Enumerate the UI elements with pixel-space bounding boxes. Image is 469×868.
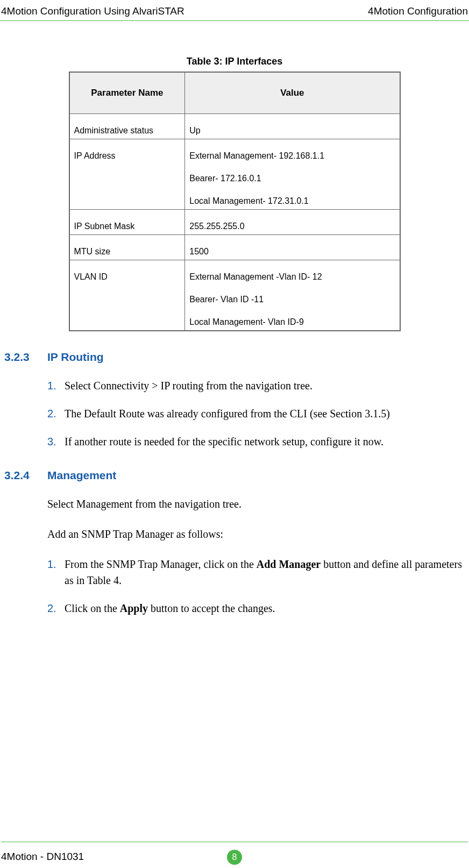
table-cell-line: Bearer- 172.16.0.1 [189,174,395,183]
table-row: IP Address External Management- 192.168.… [69,139,400,210]
ip-routing-steps: 1.Select Connectivity > IP routing from … [1,378,468,450]
table-cell-value: Up [185,114,400,139]
table-row: Administrative status Up [69,114,400,139]
section-heading-management: 3.2.4 Management [1,469,468,482]
table-cell-line: External Management- 192.168.1.1 [189,151,395,161]
list-text-bold: Apply [120,602,148,614]
list-item: 1.Select Connectivity > IP routing from … [65,378,463,394]
list-text-post: button to accept the changes. [148,602,275,614]
paragraph: Add an SNMP Trap Manager as follows: [1,526,468,542]
list-text: Select Connectivity > IP routing from th… [65,380,312,392]
table-cell-param: IP Subnet Mask [69,210,185,235]
list-number: 1. [47,378,56,394]
page-number-badge: 8 [227,850,242,865]
table-cell-value: External Management- 192.168.1.1 Bearer-… [185,139,400,210]
table-cell-param: IP Address [69,139,185,210]
list-item: 1.From the SNMP Trap Manager, click on t… [65,556,463,588]
table-cell-param: Administrative status [69,114,185,139]
list-text-pre: From the SNMP Trap Manager, click on the [65,558,257,570]
table-caption: Table 3: IP Interfaces [1,56,468,67]
paragraph: Select Management from the navigation tr… [1,496,468,512]
header-left: 4Motion Configuration Using AlvariSTAR [1,5,184,17]
header-right: 4Motion Configuration [368,5,468,17]
list-item: 2.The Default Route was already configur… [65,405,463,422]
list-text: If another route is needed for the speci… [65,436,383,447]
table-row: MTU size 1500 [69,235,400,260]
management-steps: 1.From the SNMP Trap Manager, click on t… [1,556,468,616]
list-number: 1. [47,556,56,572]
table-header-param: Parameter Name [69,72,185,114]
table-cell-value: 255.255.255.0 [185,210,400,235]
list-item: 2.Click on the Apply button to accept th… [65,600,463,616]
table-cell-line: Local Management- 172.31.0.1 [189,196,395,206]
section-title: IP Routing [47,351,104,364]
table-cell-value: External Management -Vlan ID- 12 Bearer-… [185,260,400,331]
list-text: The Default Route was already configured… [65,408,390,419]
list-number: 2. [47,405,56,422]
list-text-bold: Add Manager [257,558,321,570]
section-number: 3.2.4 [4,469,34,482]
table-header-value: Value [185,72,400,114]
table-row: VLAN ID External Management -Vlan ID- 12… [69,260,400,331]
section-heading-ip-routing: 3.2.3 IP Routing [1,351,468,364]
list-item: 3.If another route is needed for the spe… [65,433,463,450]
section-title: Management [47,469,116,482]
list-text-pre: Click on the [65,602,120,614]
table-cell-line: Local Management- Vlan ID-9 [189,317,395,327]
section-number: 3.2.3 [4,351,34,364]
table-cell-param: VLAN ID [69,260,185,331]
ip-interfaces-table: Parameter Name Value Administrative stat… [69,72,401,331]
list-number: 2. [47,600,56,616]
page-content: Table 3: IP Interfaces Parameter Name Va… [0,56,469,616]
list-number: 3. [47,433,56,450]
footer-rule [1,842,468,843]
footer-left: 4Motion - DN1031 [1,851,84,863]
table-cell-line: Bearer- Vlan ID -11 [189,295,395,304]
table-cell-param: MTU size [69,235,185,260]
table-cell-line: External Management -Vlan ID- 12 [189,272,395,282]
table-row: IP Subnet Mask 255.255.255.0 [69,210,400,235]
table-cell-value: 1500 [185,235,400,260]
page-header: 4Motion Configuration Using AlvariSTAR 4… [0,0,469,21]
